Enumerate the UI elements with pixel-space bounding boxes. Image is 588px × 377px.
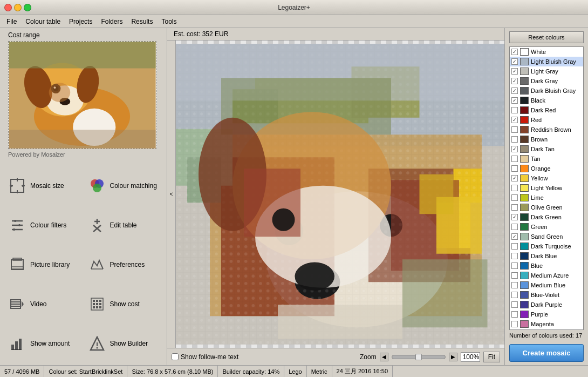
fit-button[interactable]: Fit bbox=[483, 352, 500, 362]
menu-folders[interactable]: Folders bbox=[97, 17, 127, 26]
color-checkbox[interactable] bbox=[511, 156, 518, 162]
color-checkbox[interactable] bbox=[511, 311, 518, 318]
color-checkbox[interactable]: ✓ bbox=[511, 233, 518, 240]
color-item-medium-blue[interactable]: Medium Blue bbox=[510, 280, 583, 290]
tool-edit-table[interactable]: Edit table bbox=[84, 206, 163, 244]
color-checkbox[interactable] bbox=[511, 194, 518, 201]
app-title: Legoaizer+ bbox=[278, 4, 310, 11]
tool-preferences[interactable]: Preferences bbox=[84, 245, 163, 284]
color-checkbox[interactable] bbox=[511, 282, 518, 288]
svg-rect-56 bbox=[19, 339, 22, 350]
color-checkbox[interactable] bbox=[511, 292, 518, 298]
tool-picture-library[interactable]: Picture library bbox=[4, 245, 83, 284]
color-item-magenta[interactable]: Magenta bbox=[510, 319, 583, 329]
color-checkbox[interactable] bbox=[511, 185, 518, 191]
color-name: Dark Gray bbox=[531, 78, 558, 84]
color-item-light-gray[interactable]: ✓Light Gray bbox=[510, 66, 583, 76]
color-checkbox[interactable] bbox=[511, 321, 518, 327]
color-item-dark-gray[interactable]: ✓Dark Gray bbox=[510, 76, 583, 86]
tool-show-amount[interactable]: Show amount bbox=[4, 325, 83, 363]
color-item-dark-red[interactable]: Dark Red bbox=[510, 105, 583, 115]
color-item-dark-green[interactable]: ✓Dark Green bbox=[510, 212, 583, 222]
color-checkbox[interactable]: ✓ bbox=[511, 49, 518, 55]
colours-used-label: Number of colours used: bbox=[509, 332, 574, 339]
color-checkbox[interactable] bbox=[511, 204, 518, 211]
tool-colour-filters[interactable]: Colour filters bbox=[4, 206, 83, 244]
tool-video[interactable]: Video bbox=[4, 285, 83, 324]
svg-rect-40 bbox=[11, 301, 20, 302]
zoom-slider[interactable] bbox=[392, 355, 446, 359]
tool-colour-matching[interactable]: Colour matching bbox=[84, 166, 163, 205]
color-item-yellow[interactable]: ✓Yellow bbox=[510, 173, 583, 183]
color-item-medium-azure[interactable]: Medium Azure bbox=[510, 271, 583, 280]
color-checkbox[interactable] bbox=[511, 224, 518, 230]
color-item-green[interactable]: Green bbox=[510, 222, 583, 232]
zoom-minus-btn[interactable]: ◀ bbox=[380, 353, 388, 361]
show-followme-checkbox[interactable] bbox=[172, 353, 179, 360]
menu-colour-table[interactable]: Colour table bbox=[21, 17, 65, 26]
color-item-olive-green[interactable]: Olive Green bbox=[510, 203, 583, 212]
color-checkbox[interactable] bbox=[511, 272, 518, 279]
color-item-lime[interactable]: Lime bbox=[510, 193, 583, 203]
color-swatch bbox=[520, 281, 529, 289]
mosaic-toggle-btn[interactable]: < bbox=[167, 41, 176, 348]
reset-colours-button[interactable]: Reset colours bbox=[509, 31, 584, 43]
svg-rect-34 bbox=[11, 260, 23, 270]
zoom-plus-btn[interactable]: ▶ bbox=[449, 353, 457, 361]
right-panel: Reset colours ✓White✓Light Bluish Gray✓L… bbox=[504, 28, 588, 365]
color-item-dark-blue[interactable]: Dark Blue bbox=[510, 251, 583, 261]
color-checkbox[interactable] bbox=[511, 262, 518, 269]
menu-projects[interactable]: Projects bbox=[65, 17, 97, 26]
color-item-dark-turquoise[interactable]: Dark Turquoise bbox=[510, 241, 583, 251]
color-checkbox[interactable]: ✓ bbox=[511, 78, 518, 84]
color-checkbox[interactable]: ✓ bbox=[511, 68, 518, 75]
color-checkbox[interactable] bbox=[511, 165, 518, 172]
color-checkbox[interactable]: ✓ bbox=[511, 175, 518, 181]
color-item-purple[interactable]: Purple bbox=[510, 309, 583, 319]
colour-filters-label: Colour filters bbox=[30, 221, 66, 229]
color-item-dark-bluish-gray[interactable]: ✓Dark Bluish Gray bbox=[510, 86, 583, 96]
color-item-blue-violet[interactable]: Blue-Violet bbox=[510, 290, 583, 300]
color-item-light-bluish-gray[interactable]: ✓Light Bluish Gray bbox=[510, 57, 583, 66]
color-item-sand-green[interactable]: ✓Sand Green bbox=[510, 232, 583, 241]
color-item-blue[interactable]: Blue bbox=[510, 261, 583, 271]
menu-results[interactable]: Results bbox=[127, 17, 157, 26]
color-item-brown[interactable]: Brown bbox=[510, 134, 583, 144]
menu-tools[interactable]: Tools bbox=[157, 17, 181, 26]
color-checkbox[interactable]: ✓ bbox=[511, 58, 518, 65]
tool-show-builder[interactable]: Show Builder bbox=[84, 325, 163, 363]
color-item-white[interactable]: ✓White bbox=[510, 47, 583, 57]
color-checkbox[interactable]: ✓ bbox=[511, 97, 518, 104]
color-checkbox[interactable] bbox=[511, 136, 518, 143]
color-item-reddish-brown[interactable]: Reddish Brown bbox=[510, 125, 583, 134]
create-mosaic-button[interactable]: Create mosaic bbox=[509, 344, 584, 362]
svg-rect-53 bbox=[99, 306, 101, 308]
color-item-light-yellow[interactable]: Light Yellow bbox=[510, 183, 583, 193]
show-amount-icon bbox=[9, 335, 26, 352]
color-checkbox[interactable]: ✓ bbox=[511, 146, 518, 152]
color-item-red[interactable]: ✓Red bbox=[510, 115, 583, 125]
zoom-thumb[interactable] bbox=[415, 354, 422, 360]
menu-file[interactable]: File bbox=[2, 17, 21, 26]
color-checkbox[interactable] bbox=[511, 107, 518, 113]
close-button[interactable] bbox=[4, 4, 12, 11]
color-name: Yellow bbox=[531, 175, 548, 181]
color-item-tan[interactable]: Tan bbox=[510, 154, 583, 164]
show-followme-check[interactable]: Show follow-me text bbox=[172, 353, 238, 361]
color-checkbox[interactable]: ✓ bbox=[511, 214, 518, 220]
color-checkbox[interactable] bbox=[511, 126, 518, 133]
color-checkbox[interactable]: ✓ bbox=[511, 87, 518, 94]
tool-mosaic-size[interactable]: Mosaic size bbox=[4, 166, 83, 205]
color-item-dark-purple[interactable]: Dark Purple bbox=[510, 300, 583, 309]
tool-show-cost[interactable]: Show cost bbox=[84, 285, 163, 324]
color-checkbox[interactable]: ✓ bbox=[511, 117, 518, 123]
minimize-button[interactable] bbox=[14, 4, 22, 11]
color-name: Light Yellow bbox=[531, 185, 562, 191]
color-item-dark-tan[interactable]: ✓Dark Tan bbox=[510, 144, 583, 154]
color-item-orange[interactable]: Orange bbox=[510, 164, 583, 173]
maximize-button[interactable] bbox=[24, 4, 31, 11]
color-checkbox[interactable] bbox=[511, 253, 518, 259]
color-checkbox[interactable] bbox=[511, 243, 518, 250]
color-item-black[interactable]: ✓Black bbox=[510, 96, 583, 105]
color-checkbox[interactable] bbox=[511, 301, 518, 308]
